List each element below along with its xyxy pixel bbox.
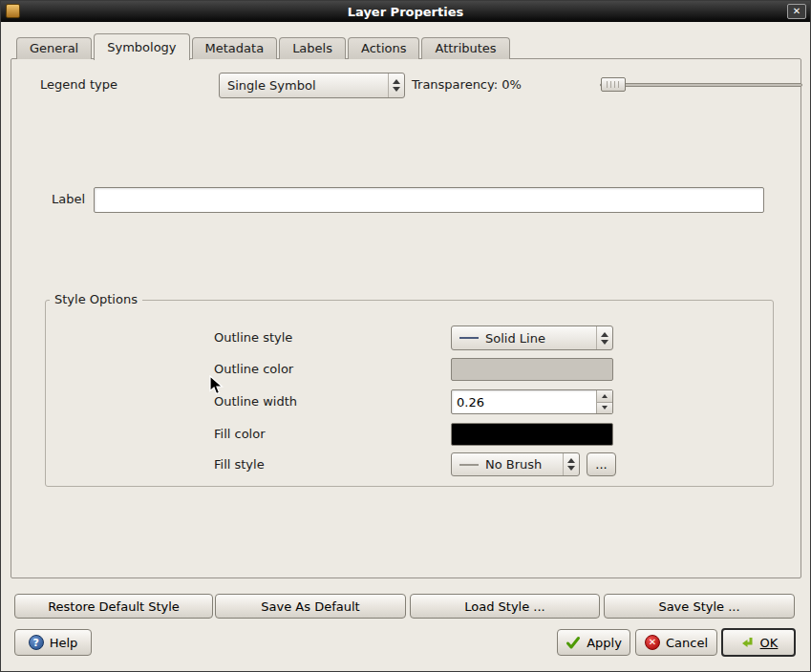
- spin-up-button[interactable]: [597, 390, 612, 402]
- tab-labels[interactable]: Labels: [279, 37, 346, 59]
- outline-width-spinner[interactable]: [451, 389, 613, 414]
- apply-button[interactable]: Apply: [557, 629, 630, 656]
- fill-style-browse-button[interactable]: ...: [587, 452, 616, 476]
- button-label: Cancel: [666, 636, 708, 650]
- tab-attributes[interactable]: Attributes: [421, 37, 509, 59]
- button-label: Help: [50, 636, 78, 650]
- cancel-icon: ✕: [645, 635, 660, 650]
- fill-style-select[interactable]: No Brush: [451, 452, 580, 476]
- tab-label: General: [30, 41, 78, 55]
- button-label: OK: [760, 636, 779, 650]
- combo-arrows-icon: [596, 326, 612, 349]
- transparency-slider[interactable]: [600, 74, 802, 96]
- layer-properties-window: Layer Properties ✕ General Symbology Met…: [0, 0, 811, 672]
- outline-style-select[interactable]: Solid Line: [451, 326, 613, 350]
- outline-width-input[interactable]: [452, 390, 596, 413]
- combo-arrows-icon: [563, 453, 579, 475]
- combo-arrows-icon: [388, 74, 404, 97]
- outline-style-value: Solid Line: [485, 331, 592, 346]
- tab-label: Attributes: [435, 41, 496, 55]
- tab-page-symbology: Legend type Single Symbol Transparency: …: [11, 58, 801, 578]
- outline-width-label: Outline width: [214, 389, 297, 414]
- titlebar[interactable]: Layer Properties ✕: [1, 1, 810, 22]
- outline-color-button[interactable]: [451, 358, 613, 381]
- spin-buttons: [596, 390, 612, 413]
- ok-return-arrow-icon: [739, 635, 755, 650]
- style-options-group: [45, 300, 774, 487]
- window-title: Layer Properties: [348, 5, 464, 19]
- tab-symbology[interactable]: Symbology: [94, 33, 189, 60]
- slider-handle[interactable]: [601, 77, 626, 92]
- save-style-button[interactable]: Save Style ...: [604, 594, 795, 619]
- legend-type-value: Single Symbol: [227, 78, 384, 93]
- fill-style-label: Fill style: [214, 452, 265, 477]
- tab-metadata[interactable]: Metadata: [192, 37, 278, 59]
- fill-style-value: No Brush: [485, 457, 559, 472]
- button-label: Restore Default Style: [48, 599, 180, 614]
- help-icon: ?: [29, 635, 44, 650]
- spin-down-button[interactable]: [597, 402, 612, 414]
- tab-actions[interactable]: Actions: [348, 37, 420, 59]
- apply-check-icon: [566, 635, 581, 650]
- style-options-title: Style Options: [50, 292, 142, 307]
- outline-style-label: Outline style: [214, 326, 292, 350]
- restore-default-style-button[interactable]: Restore Default Style: [14, 594, 213, 619]
- window-menu-icon[interactable]: [6, 4, 20, 18]
- ok-button[interactable]: OK: [721, 628, 796, 657]
- load-style-button[interactable]: Load Style ...: [410, 594, 600, 619]
- label-label: Label: [52, 187, 85, 212]
- button-label: Load Style ...: [464, 599, 545, 614]
- transparency-label: Transparency: 0%: [412, 73, 522, 97]
- button-label: Apply: [587, 636, 622, 650]
- fill-color-label: Fill color: [214, 422, 266, 447]
- tab-label: Actions: [361, 41, 407, 55]
- help-button[interactable]: ? Help: [14, 629, 92, 656]
- outline-color-label: Outline color: [214, 357, 293, 382]
- close-icon: ✕: [793, 7, 800, 16]
- close-button[interactable]: ✕: [787, 4, 806, 19]
- tab-label: Metadata: [205, 41, 265, 55]
- solid-line-icon: [459, 337, 479, 339]
- tab-label: Labels: [292, 41, 332, 55]
- cancel-button[interactable]: ✕ Cancel: [635, 629, 717, 656]
- no-brush-icon: [459, 464, 479, 466]
- button-label: Save As Default: [261, 599, 359, 614]
- label-input[interactable]: [94, 187, 764, 213]
- legend-type-select[interactable]: Single Symbol: [219, 73, 405, 98]
- save-as-default-button[interactable]: Save As Default: [215, 594, 406, 619]
- slider-groove[interactable]: [600, 83, 802, 87]
- tab-general[interactable]: General: [16, 37, 92, 59]
- browse-label: ...: [595, 457, 607, 472]
- button-label: Save Style ...: [658, 599, 739, 614]
- legend-type-label: Legend type: [40, 73, 117, 97]
- tab-label: Symbology: [107, 40, 176, 54]
- fill-color-button[interactable]: [451, 423, 613, 446]
- tab-bar: General Symbology Metadata Labels Action…: [16, 33, 510, 59]
